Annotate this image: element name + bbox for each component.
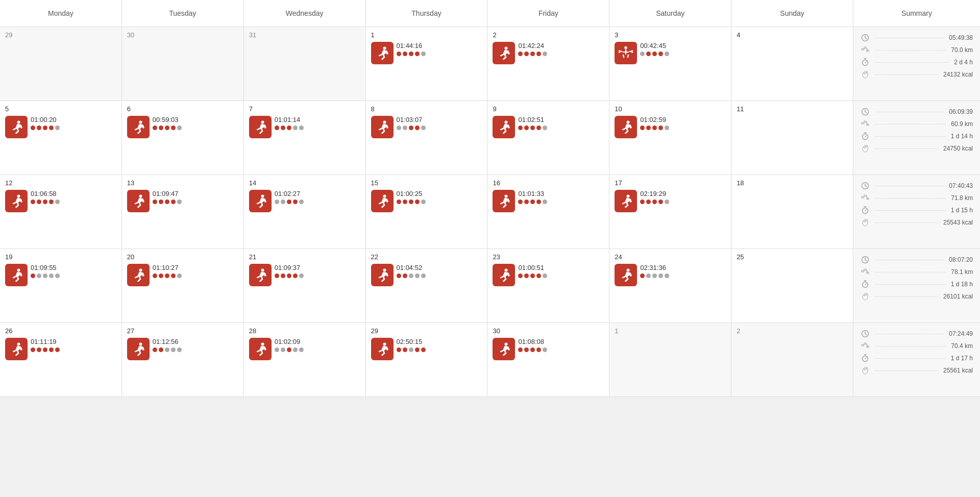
svg-point-62 xyxy=(383,268,386,271)
activity[interactable]: 01:09:55 xyxy=(5,264,116,286)
activity-time: 01:10:27 xyxy=(153,264,182,271)
activity-info: 00:42:45 xyxy=(640,42,669,56)
activity[interactable]: 02:31:36 xyxy=(615,264,726,286)
activity[interactable]: 01:44:16 xyxy=(371,42,482,64)
day-number: 16 xyxy=(493,179,604,187)
svg-line-40 xyxy=(865,136,867,137)
dot-gray xyxy=(55,126,60,130)
activity[interactable]: 01:01:33 xyxy=(493,190,604,212)
day-number: 22 xyxy=(371,253,482,261)
dot-red xyxy=(55,347,60,352)
activity[interactable]: 01:08:08 xyxy=(493,338,604,360)
activity[interactable]: 01:09:37 xyxy=(249,264,360,286)
activity[interactable]: 01:12:56 xyxy=(127,338,238,360)
summary-value-2: 1 d 17 h xyxy=(951,355,973,362)
activity-dots xyxy=(518,200,547,204)
day-cell-w2-d3: 15 01:00:25 xyxy=(366,175,488,249)
dot-gray xyxy=(165,347,169,352)
day-cell-w3-d5: 24 02:31:36 xyxy=(609,249,731,323)
day-number: 6 xyxy=(127,105,238,113)
dot-red xyxy=(49,126,54,130)
activity[interactable]: 01:00:25 xyxy=(371,190,482,212)
calendar-grid: 2930311 01:44:162 01:42:243 00:42:454 05… xyxy=(0,27,980,397)
dot-red xyxy=(640,126,645,130)
day-cell-w2-d5: 17 02:19:29 xyxy=(609,175,731,249)
activity[interactable]: 01:02:09 xyxy=(249,338,360,360)
run-icon xyxy=(493,116,515,138)
summary-clock-icon xyxy=(861,33,870,42)
summary-timer-icon xyxy=(861,132,870,141)
activity-time: 01:00:51 xyxy=(518,264,547,271)
day-number: 30 xyxy=(127,31,238,39)
dot-gray xyxy=(299,200,304,204)
activity[interactable]: 01:04:52 xyxy=(371,264,482,286)
activity-dots xyxy=(153,347,182,352)
day-cell-w2-d0: 12 01:06:58 xyxy=(0,175,122,249)
activity[interactable]: 02:50:15 xyxy=(371,338,482,360)
day-cell-w2-d6: 18 xyxy=(731,175,853,249)
dot-red xyxy=(415,52,420,56)
summary-fire-icon xyxy=(861,366,870,375)
activity[interactable]: 01:42:24 xyxy=(493,42,604,64)
dot-red xyxy=(397,347,401,352)
activity[interactable]: 00:59:03 xyxy=(127,116,238,138)
activity[interactable]: 01:00:20 xyxy=(5,116,116,138)
dot-gray xyxy=(177,274,182,278)
dot-gray xyxy=(665,52,669,56)
day-number: 7 xyxy=(249,105,360,113)
dot-red xyxy=(524,200,529,204)
summary-value-3: 25561 kcal xyxy=(943,367,973,374)
svg-point-45 xyxy=(505,194,508,197)
dot-gray xyxy=(646,274,651,278)
summary-dots-line xyxy=(875,370,938,371)
run-icon xyxy=(615,190,637,212)
run-icon xyxy=(5,264,28,286)
header-sunday: Sunday xyxy=(731,0,853,27)
summary-dots-line xyxy=(875,186,944,186)
activity[interactable]: 01:02:59 xyxy=(615,116,726,138)
dot-red xyxy=(281,274,285,278)
day-cell-w4-d6: 2 xyxy=(731,323,853,397)
day-number: 30 xyxy=(493,327,604,335)
dot-red xyxy=(153,274,157,278)
calendar-container: MondayTuesdayWednesdayThursdayFridaySatu… xyxy=(0,0,980,497)
dot-red xyxy=(153,200,157,204)
summary-dots-line xyxy=(875,334,944,334)
day-number: 29 xyxy=(5,31,116,39)
day-cell-w3-d6: 25 xyxy=(731,249,853,323)
run-icon xyxy=(249,190,272,212)
activity-time: 02:31:36 xyxy=(640,264,669,271)
day-number: 13 xyxy=(127,179,238,187)
dot-gray xyxy=(421,52,426,56)
activity[interactable]: 01:03:07 xyxy=(371,116,482,138)
dot-red xyxy=(518,347,523,352)
dot-red xyxy=(49,347,54,352)
summary-clock-icon xyxy=(861,255,870,264)
dot-red xyxy=(43,200,47,204)
svg-line-93 xyxy=(865,358,867,359)
svg-point-41 xyxy=(17,194,20,197)
summary-route-icon xyxy=(861,193,870,203)
summary-value-0: 07:40:43 xyxy=(949,182,973,189)
activity-info: 02:50:15 xyxy=(397,338,426,352)
svg-line-49 xyxy=(865,186,867,187)
activity[interactable]: 02:19:29 xyxy=(615,190,726,212)
activity-info: 01:02:51 xyxy=(518,116,547,130)
activity[interactable]: 01:09:47 xyxy=(127,190,238,212)
run-icon xyxy=(5,190,28,212)
dot-red xyxy=(646,126,651,130)
activity[interactable]: 01:02:51 xyxy=(493,116,604,138)
run-icon xyxy=(249,338,272,360)
dot-gray xyxy=(55,200,60,204)
activity[interactable]: 01:10:27 xyxy=(127,264,238,286)
activity-time: 02:19:29 xyxy=(640,190,669,197)
activity[interactable]: 01:01:14 xyxy=(249,116,360,138)
activity[interactable]: 01:11:19 xyxy=(5,338,116,360)
activity[interactable]: 01:02:27 xyxy=(249,190,360,212)
activity[interactable]: 01:06:58 xyxy=(5,190,116,212)
summary-row-1: 70.4 km xyxy=(861,341,973,351)
activity[interactable]: 01:00:51 xyxy=(493,264,604,286)
summary-value-1: 71.8 km xyxy=(951,194,973,202)
day-number: 24 xyxy=(615,253,726,261)
activity[interactable]: 00:42:45 xyxy=(615,42,726,64)
